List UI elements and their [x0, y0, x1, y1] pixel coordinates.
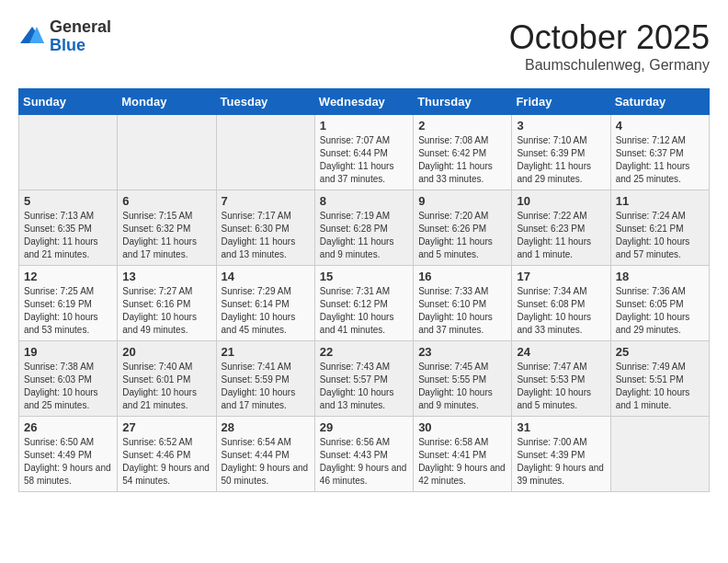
day-info: Sunrise: 7:36 AM Sunset: 6:05 PM Dayligh…	[616, 285, 704, 337]
day-info: Sunrise: 7:27 AM Sunset: 6:16 PM Dayligh…	[122, 285, 210, 337]
calendar-cell: 26Sunrise: 6:50 AM Sunset: 4:49 PM Dayli…	[19, 417, 118, 492]
calendar-week-row: 5Sunrise: 7:13 AM Sunset: 6:35 PM Daylig…	[19, 190, 710, 266]
day-number: 10	[517, 194, 605, 208]
day-number: 15	[320, 270, 408, 283]
calendar-cell: 5Sunrise: 7:13 AM Sunset: 6:35 PM Daylig…	[19, 190, 118, 266]
day-info: Sunrise: 7:40 AM Sunset: 6:01 PM Dayligh…	[122, 361, 210, 412]
logo: General Blue	[18, 18, 111, 55]
calendar-header-friday: Friday	[512, 89, 610, 115]
day-number: 13	[122, 270, 210, 283]
calendar-cell: 25Sunrise: 7:49 AM Sunset: 5:51 PM Dayli…	[610, 341, 709, 417]
day-info: Sunrise: 7:31 AM Sunset: 6:12 PM Dayligh…	[320, 285, 408, 337]
day-number: 24	[517, 345, 605, 359]
calendar-cell: 16Sunrise: 7:33 AM Sunset: 6:10 PM Dayli…	[414, 266, 512, 341]
day-number: 23	[418, 345, 506, 359]
calendar-cell	[19, 115, 118, 190]
calendar-cell: 17Sunrise: 7:34 AM Sunset: 6:08 PM Dayli…	[512, 266, 610, 341]
calendar-cell: 6Sunrise: 7:15 AM Sunset: 6:32 PM Daylig…	[118, 190, 216, 266]
day-info: Sunrise: 7:17 AM Sunset: 6:30 PM Dayligh…	[222, 210, 310, 261]
page-header: General Blue October 2025 Baumschulenweg…	[18, 18, 710, 74]
logo-general-text: General	[50, 18, 111, 37]
day-info: Sunrise: 6:50 AM Sunset: 4:49 PM Dayligh…	[24, 436, 112, 488]
calendar-header-sunday: Sunday	[19, 89, 118, 115]
day-info: Sunrise: 6:52 AM Sunset: 4:46 PM Dayligh…	[122, 436, 210, 488]
calendar-week-row: 26Sunrise: 6:50 AM Sunset: 4:49 PM Dayli…	[19, 417, 710, 492]
day-info: Sunrise: 7:13 AM Sunset: 6:35 PM Dayligh…	[24, 210, 112, 261]
calendar-header-tuesday: Tuesday	[216, 89, 314, 115]
day-number: 28	[222, 420, 310, 434]
day-info: Sunrise: 7:29 AM Sunset: 6:14 PM Dayligh…	[222, 285, 310, 337]
calendar-week-row: 12Sunrise: 7:25 AM Sunset: 6:19 PM Dayli…	[19, 266, 710, 341]
calendar-header-thursday: Thursday	[414, 89, 512, 115]
calendar-cell: 13Sunrise: 7:27 AM Sunset: 6:16 PM Dayli…	[118, 266, 216, 341]
day-number: 25	[616, 345, 704, 359]
day-number: 26	[24, 420, 112, 434]
day-number: 5	[24, 194, 112, 208]
day-info: Sunrise: 7:19 AM Sunset: 6:28 PM Dayligh…	[320, 210, 408, 261]
day-number: 14	[222, 270, 310, 283]
day-info: Sunrise: 7:00 AM Sunset: 4:39 PM Dayligh…	[517, 436, 605, 488]
calendar-header-saturday: Saturday	[610, 89, 709, 115]
calendar-table: SundayMondayTuesdayWednesdayThursdayFrid…	[18, 88, 710, 492]
calendar-cell: 15Sunrise: 7:31 AM Sunset: 6:12 PM Dayli…	[314, 266, 413, 341]
day-info: Sunrise: 7:41 AM Sunset: 5:59 PM Dayligh…	[222, 361, 310, 412]
day-number: 12	[24, 270, 112, 283]
day-number: 11	[616, 194, 704, 208]
calendar-cell: 7Sunrise: 7:17 AM Sunset: 6:30 PM Daylig…	[216, 190, 314, 266]
day-info: Sunrise: 7:22 AM Sunset: 6:23 PM Dayligh…	[517, 210, 605, 261]
logo-icon	[18, 23, 46, 51]
day-number: 16	[418, 270, 506, 283]
calendar-cell: 3Sunrise: 7:10 AM Sunset: 6:39 PM Daylig…	[512, 115, 610, 190]
calendar-week-row: 19Sunrise: 7:38 AM Sunset: 6:03 PM Dayli…	[19, 341, 710, 417]
calendar-cell: 24Sunrise: 7:47 AM Sunset: 5:53 PM Dayli…	[512, 341, 610, 417]
calendar-cell: 12Sunrise: 7:25 AM Sunset: 6:19 PM Dayli…	[19, 266, 118, 341]
day-number: 8	[320, 194, 408, 208]
calendar-cell: 29Sunrise: 6:56 AM Sunset: 4:43 PM Dayli…	[314, 417, 413, 492]
day-number: 22	[320, 345, 408, 359]
calendar-cell	[216, 115, 314, 190]
calendar-cell: 1Sunrise: 7:07 AM Sunset: 6:44 PM Daylig…	[314, 115, 413, 190]
day-info: Sunrise: 7:45 AM Sunset: 5:55 PM Dayligh…	[418, 361, 506, 412]
calendar-cell: 23Sunrise: 7:45 AM Sunset: 5:55 PM Dayli…	[414, 341, 512, 417]
day-number: 29	[320, 420, 408, 434]
logo-text: General Blue	[50, 18, 111, 55]
calendar-cell: 9Sunrise: 7:20 AM Sunset: 6:26 PM Daylig…	[414, 190, 512, 266]
calendar-cell: 4Sunrise: 7:12 AM Sunset: 6:37 PM Daylig…	[610, 115, 709, 190]
calendar-cell: 18Sunrise: 7:36 AM Sunset: 6:05 PM Dayli…	[610, 266, 709, 341]
day-number: 1	[320, 119, 408, 132]
day-info: Sunrise: 6:54 AM Sunset: 4:44 PM Dayligh…	[222, 436, 310, 488]
calendar-cell: 19Sunrise: 7:38 AM Sunset: 6:03 PM Dayli…	[19, 341, 118, 417]
calendar-cell	[610, 417, 709, 492]
logo-blue-text: Blue	[50, 37, 111, 55]
day-info: Sunrise: 7:07 AM Sunset: 6:44 PM Dayligh…	[320, 134, 408, 186]
calendar-cell: 31Sunrise: 7:00 AM Sunset: 4:39 PM Dayli…	[512, 417, 610, 492]
calendar-header-row: SundayMondayTuesdayWednesdayThursdayFrid…	[19, 89, 710, 115]
day-number: 30	[418, 420, 506, 434]
day-info: Sunrise: 7:15 AM Sunset: 6:32 PM Dayligh…	[122, 210, 210, 261]
calendar-title: October 2025	[509, 18, 710, 57]
calendar-cell: 20Sunrise: 7:40 AM Sunset: 6:01 PM Dayli…	[118, 341, 216, 417]
title-block: October 2025 Baumschulenweg, Germany	[509, 18, 710, 74]
day-info: Sunrise: 6:56 AM Sunset: 4:43 PM Dayligh…	[320, 436, 408, 488]
day-number: 2	[418, 119, 506, 132]
day-number: 4	[616, 119, 704, 132]
day-number: 19	[24, 345, 112, 359]
day-info: Sunrise: 7:33 AM Sunset: 6:10 PM Dayligh…	[418, 285, 506, 337]
calendar-cell: 14Sunrise: 7:29 AM Sunset: 6:14 PM Dayli…	[216, 266, 314, 341]
day-number: 17	[517, 270, 605, 283]
day-number: 6	[122, 194, 210, 208]
day-info: Sunrise: 7:34 AM Sunset: 6:08 PM Dayligh…	[517, 285, 605, 337]
calendar-cell: 27Sunrise: 6:52 AM Sunset: 4:46 PM Dayli…	[118, 417, 216, 492]
calendar-cell: 21Sunrise: 7:41 AM Sunset: 5:59 PM Dayli…	[216, 341, 314, 417]
day-number: 31	[517, 420, 605, 434]
calendar-cell: 2Sunrise: 7:08 AM Sunset: 6:42 PM Daylig…	[414, 115, 512, 190]
day-number: 3	[517, 119, 605, 132]
calendar-cell: 11Sunrise: 7:24 AM Sunset: 6:21 PM Dayli…	[610, 190, 709, 266]
day-number: 21	[222, 345, 310, 359]
day-info: Sunrise: 7:10 AM Sunset: 6:39 PM Dayligh…	[517, 134, 605, 186]
day-number: 9	[418, 194, 506, 208]
day-number: 27	[122, 420, 210, 434]
day-number: 7	[222, 194, 310, 208]
day-info: Sunrise: 7:49 AM Sunset: 5:51 PM Dayligh…	[616, 361, 704, 412]
calendar-cell: 10Sunrise: 7:22 AM Sunset: 6:23 PM Dayli…	[512, 190, 610, 266]
